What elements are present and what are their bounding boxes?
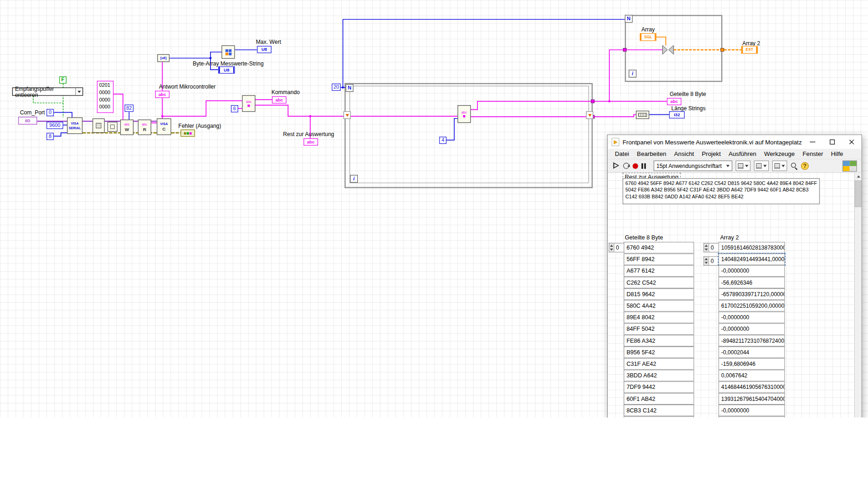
array2-ext-terminal[interactable]: EXT [741,46,758,54]
run-button[interactable] [613,162,620,170]
index-value[interactable]: 0 [614,243,624,252]
numeric-array-cell[interactable]: -657890339717120,00000 [718,288,785,300]
string-array-cell[interactable]: 8CB3 C142 [624,405,694,416]
visa-property-node[interactable] [92,119,104,133]
loop-count-terminal[interactable]: N [625,15,633,23]
case-selector-right[interactable] [586,111,593,119]
match-pattern-node[interactable]: abc [242,95,255,112]
numeric-array-cell[interactable]: 1393126796154047040000 [718,393,785,405]
numeric-array-cell[interactable]: -0,0000000 [718,323,785,335]
string-array-cell[interactable]: 3BDD A642 [624,370,694,381]
menu-item[interactable]: Bearbeiten [633,150,670,157]
rest-zur-auswertung-string-indicator[interactable]: 6760 4942 56FF 8942 A677 6142 C262 C542 … [623,178,820,204]
search-button[interactable] [790,162,798,170]
string-array-cell[interactable]: 89E4 8042 [624,311,694,323]
string-array-cell[interactable]: 693B B842 [624,416,694,418]
kommando-terminal[interactable]: abc [272,96,286,104]
numeric-array-cell[interactable]: 1404824914493441,000000 [718,253,785,265]
numeric-array-cell[interactable]: -0,0000000 [718,405,785,416]
string-array-cell[interactable]: 580C 4A42 [624,300,694,311]
visa-close-node[interactable]: VISA C [157,119,171,135]
numeric-constant-4[interactable]: 4 [439,137,446,144]
boolean-false-constant[interactable]: F [59,77,66,84]
numeric-array-cell[interactable]: -894821172310768724000 [718,335,785,346]
string-array-cell[interactable]: 60F1 AB42 [624,393,694,405]
numeric-array-cell[interactable]: 1418370382411828350000 [718,416,785,418]
loop-iteration-terminal[interactable]: i [629,70,637,78]
menu-item[interactable]: Fenster [799,150,827,157]
visa-read-node[interactable]: abc R [138,119,151,135]
string-array-cell[interactable]: 7DF9 9442 [624,382,694,393]
menu-item[interactable]: Projekt [698,150,725,157]
string-array-cell[interactable]: D815 9642 [624,288,694,300]
index-value[interactable]: 0 [708,243,719,252]
numeric-array-cell[interactable]: -0,0000000 [718,311,785,323]
typecast-node[interactable] [663,45,674,54]
array-max-min-node[interactable] [222,45,235,59]
string-array-cell[interactable]: 84FF 5042 [624,323,694,335]
resize-objects-dropdown[interactable] [772,161,787,171]
vertical-scrollbar[interactable] [854,173,862,418]
pause-button[interactable] [641,163,646,168]
string-array-cell[interactable]: C262 C542 [624,277,694,288]
maximize-button[interactable] [822,135,842,149]
visa-configure-serial-node[interactable]: VISA SERIAL [67,117,83,134]
index-spinner[interactable] [609,243,614,252]
numeric-array-cell[interactable]: 1059161460281387830000 [718,242,785,253]
distribute-objects-dropdown[interactable] [754,161,769,171]
string-to-byte-array-node[interactable]: [u8] [157,54,169,62]
menu-item[interactable]: Datei [611,150,633,157]
numeric-constant-82[interactable]: 82 [125,105,133,112]
numeric-array-cell[interactable]: -0,0000000 [718,265,785,277]
abort-button[interactable] [633,163,638,168]
numeric-array-cell[interactable]: -159,6806946 [718,358,785,370]
loop-count-terminal[interactable]: N [346,84,354,92]
run-continuous-button[interactable] [623,163,629,169]
string-array-cell[interactable]: FE86 A342 [624,335,694,346]
scrollbar-thumb[interactable] [855,180,861,207]
numeric-constant-0[interactable]: 0 [47,109,54,116]
string-array-cell[interactable]: B956 5F42 [624,346,694,358]
string-length-node[interactable] [636,111,649,119]
rest-zur-auswertung-terminal[interactable]: abc [303,138,318,146]
index-spinner[interactable] [704,243,709,252]
string-array-cell[interactable]: A677 6142 [624,265,694,277]
error-out-terminal[interactable] [181,130,195,137]
menu-item[interactable]: Ausführen [725,150,760,157]
numeric-array-cell[interactable]: -0,0002044 [718,346,785,358]
numeric-constant-20[interactable]: 20 [332,84,341,91]
max-wert-terminal[interactable]: U8 [257,46,271,54]
title-bar[interactable]: Frontpanel von Messwerte Auswerteelektro… [608,135,861,149]
close-button[interactable] [842,135,861,149]
enum-dropdown-arrow-icon[interactable] [75,88,83,95]
laenge-strings-terminal[interactable]: I32 [669,111,685,119]
case-selector-left[interactable] [344,111,351,119]
bytes-at-port-node[interactable] [108,122,118,132]
scroll-up-button[interactable] [855,173,861,180]
align-objects-dropdown[interactable] [735,161,750,171]
numeric-constant-6[interactable]: 6 [231,105,238,113]
index-spinner[interactable] [704,256,709,265]
numeric-constant-9600[interactable]: 9600 [47,122,63,129]
array-sgl-terminal[interactable]: SGL [640,33,657,41]
string-array-cell[interactable]: 56FF 8942 [624,253,694,265]
array2-index-control-1[interactable]: 0 [704,243,719,252]
string-array-cell[interactable]: C31F AE42 [624,358,694,370]
visa-write-node[interactable]: abc W [120,119,133,135]
visa-resource-control[interactable]: I/O [18,117,37,125]
numeric-array-cell[interactable]: -56,6926346 [718,277,785,288]
byte-array-terminal[interactable]: U8 [218,66,235,74]
enum-empfangspuffer[interactable]: Empfangspuffer entleeren [12,88,83,96]
numeric-array-cell[interactable]: 414684461905676310000 [718,382,785,393]
loop-iteration-terminal[interactable]: i [350,175,358,183]
menu-item[interactable]: Hilfe [827,150,847,157]
string-constant-0201[interactable]: 0201000000000000 [97,81,114,113]
numeric-array-cell[interactable]: 617002251059200,000000 [718,300,785,311]
string-array-cell[interactable]: 6760 4942 [624,242,694,253]
numeric-constant-8[interactable]: 8 [47,133,54,140]
context-help-button[interactable]: ? [801,162,809,170]
index-value[interactable]: 0 [708,256,719,265]
antwort-string-terminal[interactable]: abc [155,91,169,98]
array2-index-control-2[interactable]: 0 [704,256,719,265]
menu-item[interactable]: Ansicht [670,150,698,157]
